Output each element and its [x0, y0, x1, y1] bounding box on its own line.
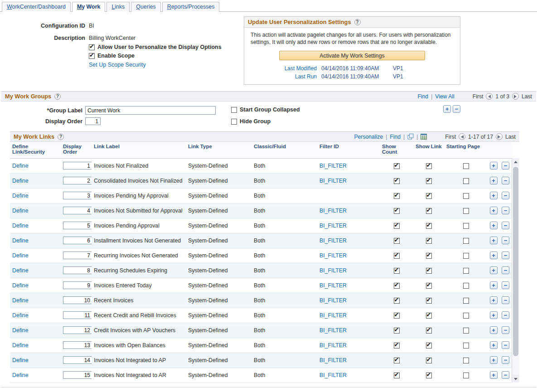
- starting-page-checkbox[interactable]: [463, 223, 469, 229]
- filter-id-link[interactable]: BI_FILTER: [319, 327, 347, 334]
- personalize-link[interactable]: Personalize: [354, 134, 383, 140]
- show-count-checkbox[interactable]: [394, 313, 400, 319]
- show-count-checkbox[interactable]: [394, 298, 400, 304]
- delete-row-button[interactable]: −: [502, 356, 509, 364]
- download-to-excel-icon[interactable]: [421, 134, 427, 140]
- show-count-checkbox[interactable]: [394, 163, 400, 169]
- define-link[interactable]: Define: [12, 178, 29, 184]
- tab-links[interactable]: Links: [106, 2, 130, 12]
- show-count-checkbox[interactable]: [394, 373, 400, 378]
- show-link-checkbox[interactable]: [426, 208, 432, 214]
- group-display-order-input[interactable]: [85, 117, 101, 125]
- add-row-button[interactable]: +: [490, 222, 498, 229]
- display-order-input[interactable]: [63, 371, 92, 379]
- filter-id-link[interactable]: BI_FILTER: [319, 267, 347, 274]
- tab-workcenter-dashboard[interactable]: WorkCenter/Dashboard: [2, 2, 71, 12]
- starting-page-checkbox[interactable]: [463, 163, 469, 169]
- add-row-button[interactable]: +: [490, 177, 498, 184]
- filter-id-link[interactable]: BI_FILTER: [319, 372, 347, 378]
- previous-page-icon[interactable]: [486, 93, 493, 100]
- filter-id-link[interactable]: BI_FILTER: [319, 237, 347, 244]
- show-count-checkbox[interactable]: [394, 358, 400, 363]
- define-link[interactable]: Define: [12, 193, 29, 199]
- show-count-checkbox[interactable]: [394, 223, 400, 229]
- show-link-checkbox[interactable]: [426, 313, 432, 319]
- delete-row-button[interactable]: −: [502, 266, 509, 274]
- set-up-scope-security-link[interactable]: Set Up Scope Security: [89, 62, 146, 68]
- add-row-button[interactable]: +: [490, 341, 498, 349]
- show-link-checkbox[interactable]: [426, 253, 432, 259]
- filter-id-link[interactable]: BI_FILTER: [319, 357, 347, 363]
- show-link-checkbox[interactable]: [426, 328, 432, 334]
- define-link[interactable]: Define: [12, 223, 29, 229]
- view-all-link[interactable]: View All: [435, 93, 454, 100]
- delete-row-button[interactable]: −: [502, 207, 509, 214]
- start-group-collapsed-checkbox[interactable]: [231, 107, 237, 113]
- previous-rows-icon[interactable]: [459, 133, 465, 140]
- delete-row-button[interactable]: −: [502, 296, 509, 304]
- starting-page-checkbox[interactable]: [463, 298, 469, 304]
- add-row-button[interactable]: +: [490, 326, 498, 334]
- delete-row-button[interactable]: −: [502, 252, 509, 259]
- filter-id-link[interactable]: BI_FILTER: [319, 282, 347, 289]
- show-link-checkbox[interactable]: [426, 343, 432, 348]
- next-page-icon[interactable]: [512, 93, 519, 100]
- next-rows-icon[interactable]: [496, 133, 503, 140]
- add-row-button[interactable]: +: [490, 371, 498, 379]
- filter-id-link[interactable]: BI_FILTER: [319, 342, 347, 348]
- tab-reports-processes[interactable]: Reports/Processes: [162, 2, 220, 12]
- delete-row-button[interactable]: −: [502, 162, 509, 169]
- define-link[interactable]: Define: [12, 163, 29, 169]
- delete-row-button[interactable]: −: [502, 177, 509, 184]
- display-order-input[interactable]: [63, 356, 92, 364]
- tab-my-work[interactable]: My Work: [72, 2, 105, 12]
- define-link[interactable]: Define: [12, 327, 29, 334]
- define-link[interactable]: Define: [12, 237, 29, 244]
- starting-page-checkbox[interactable]: [463, 358, 469, 363]
- show-count-checkbox[interactable]: [394, 343, 400, 348]
- define-link[interactable]: Define: [12, 267, 29, 274]
- group-label-input[interactable]: [85, 106, 216, 115]
- filter-id-link[interactable]: BI_FILTER: [319, 208, 347, 214]
- allow-personalize-checkbox[interactable]: [89, 44, 95, 50]
- delete-row-button[interactable]: −: [502, 326, 509, 334]
- define-link[interactable]: Define: [12, 372, 29, 378]
- define-link[interactable]: Define: [12, 312, 29, 319]
- display-order-input[interactable]: [63, 341, 92, 349]
- zoom-popup-icon[interactable]: [407, 134, 414, 140]
- display-order-input[interactable]: [63, 296, 92, 304]
- scroll-down-icon[interactable]: [512, 375, 519, 382]
- scroll-up-icon[interactable]: [512, 158, 519, 166]
- display-order-input[interactable]: [63, 237, 92, 244]
- help-icon[interactable]: [54, 93, 61, 100]
- display-order-input[interactable]: [63, 326, 92, 334]
- activate-my-work-settings-button[interactable]: Activate My Work Settings: [279, 51, 425, 60]
- define-link[interactable]: Define: [12, 357, 29, 363]
- display-order-input[interactable]: [63, 281, 92, 289]
- starting-page-checkbox[interactable]: [463, 313, 469, 319]
- filter-id-link[interactable]: BI_FILTER: [319, 297, 347, 304]
- add-row-button[interactable]: +: [490, 281, 498, 289]
- delete-row-button[interactable]: −: [502, 237, 509, 244]
- add-row-button[interactable]: +: [490, 266, 498, 274]
- starting-page-checkbox[interactable]: [463, 208, 469, 214]
- show-count-checkbox[interactable]: [394, 253, 400, 259]
- delete-row-button[interactable]: −: [502, 371, 509, 379]
- filter-id-link[interactable]: BI_FILTER: [319, 252, 347, 259]
- show-link-checkbox[interactable]: [426, 268, 432, 274]
- vertical-scrollbar[interactable]: [512, 158, 519, 382]
- add-row-button[interactable]: +: [490, 296, 498, 304]
- show-count-checkbox[interactable]: [394, 328, 400, 334]
- delete-row-button[interactable]: −: [502, 222, 509, 229]
- add-row-button[interactable]: +: [490, 356, 498, 364]
- display-order-input[interactable]: [63, 177, 92, 184]
- add-row-button[interactable]: +: [490, 162, 498, 169]
- display-order-input[interactable]: [63, 311, 92, 319]
- tab-queries[interactable]: Queries: [131, 2, 160, 12]
- show-count-checkbox[interactable]: [394, 268, 400, 274]
- display-order-input[interactable]: [63, 207, 92, 214]
- filter-id-link[interactable]: BI_FILTER: [319, 312, 347, 319]
- define-link[interactable]: Define: [12, 282, 29, 289]
- filter-id-link[interactable]: BI_FILTER: [319, 178, 347, 184]
- starting-page-checkbox[interactable]: [463, 253, 469, 259]
